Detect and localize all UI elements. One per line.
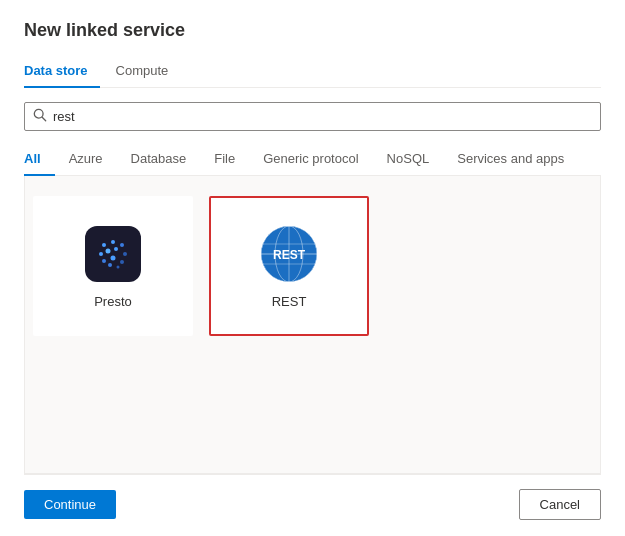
filter-tabs-row: All Azure Database File Generic protocol… — [24, 145, 601, 176]
tab-compute[interactable]: Compute — [116, 57, 181, 88]
svg-point-11 — [120, 260, 124, 264]
svg-point-4 — [120, 243, 124, 247]
search-input[interactable] — [53, 109, 592, 124]
svg-point-6 — [106, 248, 111, 253]
filter-tab-azure[interactable]: Azure — [69, 145, 117, 176]
service-card-rest[interactable]: REST REST — [209, 196, 369, 336]
filter-tab-file[interactable]: File — [214, 145, 249, 176]
dialog-footer: Continue Cancel — [24, 474, 601, 536]
main-tabs-row: Data store Compute — [24, 57, 601, 88]
filter-tab-services-and-apps[interactable]: Services and apps — [457, 145, 578, 176]
svg-line-1 — [42, 117, 46, 121]
new-linked-service-dialog: New linked service Data store Compute Al… — [0, 0, 625, 536]
svg-text:REST: REST — [273, 248, 306, 262]
svg-point-10 — [111, 255, 116, 260]
svg-point-3 — [111, 240, 115, 244]
svg-point-12 — [108, 263, 112, 267]
svg-point-7 — [114, 247, 118, 251]
presto-icon — [83, 224, 143, 284]
filter-tab-nosql[interactable]: NoSQL — [387, 145, 444, 176]
svg-point-8 — [123, 252, 127, 256]
presto-label: Presto — [94, 294, 132, 309]
search-icon — [33, 108, 47, 125]
service-grid: Presto — [24, 176, 601, 474]
filter-tab-all[interactable]: All — [24, 145, 55, 176]
svg-point-13 — [117, 265, 120, 268]
rest-label: REST — [272, 294, 307, 309]
dialog-title: New linked service — [24, 20, 601, 41]
search-box — [24, 102, 601, 131]
filter-tab-database[interactable]: Database — [131, 145, 201, 176]
filter-tab-generic-protocol[interactable]: Generic protocol — [263, 145, 372, 176]
cancel-button[interactable]: Cancel — [519, 489, 601, 520]
continue-button[interactable]: Continue — [24, 490, 116, 519]
svg-point-5 — [99, 252, 103, 256]
tab-data-store[interactable]: Data store — [24, 57, 100, 88]
svg-point-2 — [102, 243, 106, 247]
service-card-presto[interactable]: Presto — [33, 196, 193, 336]
rest-icon: REST — [259, 224, 319, 284]
svg-point-9 — [102, 259, 106, 263]
